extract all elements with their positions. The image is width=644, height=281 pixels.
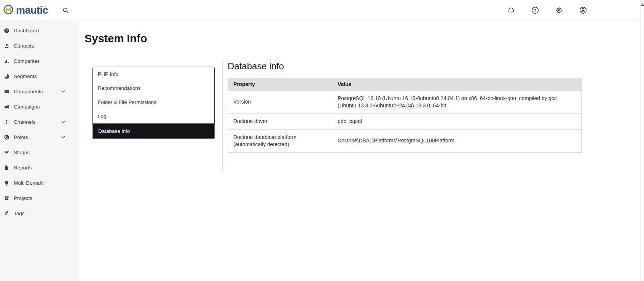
sidebar-item-dashboard[interactable]: Dashboard: [0, 23, 78, 38]
section-heading: Database info: [228, 61, 582, 72]
companies-icon: [3, 58, 10, 64]
table-header-property: Property: [228, 78, 332, 91]
chevron-down-icon: [61, 90, 65, 93]
page-title: System Info: [84, 32, 641, 45]
sidebar-item-companies[interactable]: Companies: [0, 53, 78, 69]
table-row: Doctrine driver pdo_pgsql: [228, 114, 582, 130]
brand-wordmark: mautic: [16, 5, 48, 16]
database-info-table: Property Value Version PostgreSQL 16.10 …: [228, 78, 582, 153]
mautic-logo[interactable]: mautic: [3, 5, 48, 16]
sidebar-item-channels[interactable]: Channels: [0, 114, 78, 129]
property-cell: Doctrine driver: [228, 114, 332, 130]
topbar-actions: ?: [504, 3, 591, 18]
tab-log[interactable]: Log: [93, 109, 214, 123]
database-info-panel: Database info Property Value Version Pos…: [228, 61, 582, 153]
tags-hash-icon: #: [3, 210, 10, 216]
sidebar-item-multi-domain[interactable]: Multi Domain: [0, 175, 78, 190]
topbar: mautic ?: [0, 0, 644, 21]
table-header-value: Value: [332, 78, 582, 91]
sidebar-item-points[interactable]: Points: [0, 129, 78, 145]
system-info-content: PHP Info Recommendations Folder & File P…: [92, 61, 641, 170]
value-cell: Doctrine\DBAL\Platforms\PostgreSQL100Pla…: [332, 129, 582, 152]
svg-text:?: ?: [534, 8, 536, 13]
campaigns-megaphone-icon: [3, 104, 10, 110]
help-icon[interactable]: ?: [528, 3, 543, 18]
table-row: Version PostgreSQL 16.10 (Ubuntu 16.10-0…: [228, 91, 582, 114]
table-row: Doctrine database platform (automaticall…: [228, 129, 582, 152]
chevron-down-icon: [61, 121, 65, 123]
value-cell: pdo_pgsql: [332, 114, 582, 130]
projects-archive-icon: [3, 195, 10, 201]
sidebar-item-stages[interactable]: Stages: [0, 145, 78, 160]
mautic-logo-icon: [3, 5, 13, 16]
property-cell: Version: [228, 91, 332, 114]
settings-gear-icon[interactable]: [552, 3, 567, 18]
contacts-icon: [3, 43, 10, 49]
search-icon[interactable]: [62, 7, 69, 14]
table-header-row: Property Value: [228, 78, 582, 91]
tab-database-info[interactable]: Database info: [92, 123, 215, 139]
property-cell: Doctrine database platform (automaticall…: [228, 129, 332, 152]
sidebar: Dashboard Contacts Companies Segments Co…: [0, 21, 78, 281]
main-content: System Info PHP Info Recommendations Fol…: [79, 21, 641, 281]
tab-php-info[interactable]: PHP Info: [93, 67, 214, 81]
chevron-down-icon: [61, 136, 65, 138]
multi-domain-globe-icon: [3, 180, 10, 186]
account-avatar-icon[interactable]: [575, 3, 591, 18]
value-cell: PostgreSQL 16.10 (Ubuntu 16.10-0ubuntu0.…: [332, 91, 582, 114]
sidebar-item-projects[interactable]: Projects: [0, 190, 78, 206]
sidebar-item-campaigns[interactable]: Campaigns: [0, 99, 78, 114]
reports-file-icon: [3, 164, 10, 171]
vertical-scrollbar[interactable]: [640, 0, 644, 281]
scroll-up-arrow-icon[interactable]: [641, 3, 644, 6]
channels-broadcast-icon: [3, 119, 10, 125]
components-icon: [3, 88, 10, 94]
points-icon: [3, 134, 10, 140]
sidebar-item-segments[interactable]: Segments: [0, 69, 78, 84]
dashboard-icon: [3, 27, 10, 34]
tab-recommendations[interactable]: Recommendations: [93, 81, 214, 95]
notifications-bell-icon[interactable]: [504, 3, 519, 18]
divider: [222, 61, 223, 170]
sidebar-item-reports[interactable]: Reports: [0, 160, 78, 175]
segments-pie-icon: [3, 73, 10, 79]
system-info-tabs-column: PHP Info Recommendations Folder & File P…: [92, 61, 215, 139]
sidebar-item-contacts[interactable]: Contacts: [0, 38, 78, 53]
stages-funnel-icon: [3, 149, 10, 155]
sidebar-item-components[interactable]: Components: [0, 84, 78, 99]
sidebar-item-tags[interactable]: # Tags: [0, 206, 78, 221]
system-info-tab-list: PHP Info Recommendations Folder & File P…: [92, 67, 215, 139]
tab-folder-file-permissions[interactable]: Folder & File Permissions: [93, 95, 214, 109]
